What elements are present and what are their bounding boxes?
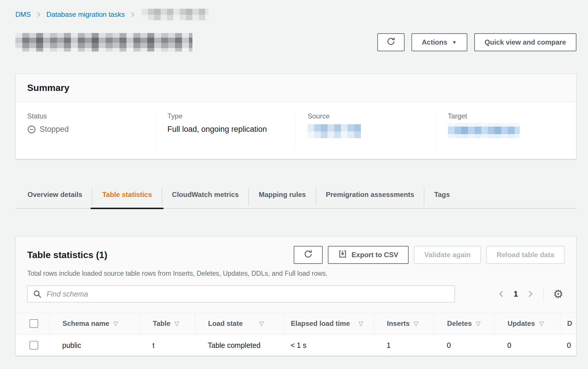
status-value: Stopped — [27, 125, 144, 134]
column-header-schema-name[interactable]: Schema name ▽ — [49, 313, 139, 335]
column-header-load-state[interactable]: Load state ▽ — [195, 313, 284, 335]
current-page-number[interactable]: 1 — [514, 290, 518, 299]
validate-again-label: Validate again — [424, 251, 471, 259]
tab-table-statistics[interactable]: Table statistics — [92, 187, 162, 208]
previous-page-button[interactable] — [497, 290, 506, 298]
caret-down-icon: ▼ — [452, 40, 457, 45]
reload-table-data-button[interactable]: Reload table data — [486, 246, 565, 264]
target-value-redacted[interactable] — [448, 123, 520, 138]
breadcrumb-link-dms[interactable]: DMS — [15, 10, 31, 19]
sort-icon[interactable]: ▽ — [539, 320, 544, 327]
next-page-button[interactable] — [526, 290, 534, 298]
sort-icon[interactable]: ▽ — [174, 320, 179, 327]
status-label: Status — [27, 112, 144, 120]
quick-view-label: Quick view and compare — [485, 38, 566, 46]
cell-updates: 0 — [494, 335, 560, 356]
search-box — [27, 286, 455, 302]
tab-strip: Overview details Table statistics CloudW… — [15, 187, 576, 209]
tab-mapping-rules[interactable]: Mapping rules — [249, 187, 316, 208]
cell-schema-name: public — [49, 335, 139, 356]
status-text: Stopped — [40, 125, 69, 134]
sort-icon[interactable]: ▽ — [259, 320, 264, 327]
breadcrumb-current-redacted — [142, 9, 209, 20]
table-statistics-controls: Export to CSV Validate again Reload tabl… — [294, 246, 565, 264]
quick-view-compare-button[interactable]: Quick view and compare — [474, 33, 576, 51]
actions-button[interactable]: Actions ▼ — [411, 33, 467, 51]
source-label: Source — [308, 112, 425, 120]
page-title-redacted — [15, 33, 192, 52]
cell-load-state: Table completed — [195, 335, 284, 356]
cell-inserts: 1 — [374, 335, 434, 356]
reload-table-data-label: Reload table data — [497, 251, 554, 259]
table-row: public t Table completed < 1 s 1 0 0 0 — [16, 335, 576, 356]
pagination: 1 ⚙ — [497, 287, 565, 301]
actions-button-label: Actions — [422, 38, 447, 46]
breadcrumb-link-tasks[interactable]: Database migration tasks — [46, 10, 125, 19]
type-value: Full load, ongoing replication — [168, 125, 284, 134]
column-header-elapsed-load-time[interactable]: Elapsed load time ▽ — [284, 313, 374, 335]
chevron-right-icon — [35, 11, 42, 18]
sort-icon[interactable]: ▽ — [113, 320, 118, 327]
cell-table: t — [139, 335, 195, 356]
table: Schema name ▽ Table ▽ Load state ▽ Elaps… — [16, 312, 576, 356]
summary-grid: Status Stopped Type Full load, ongoing r… — [16, 102, 576, 159]
refresh-button[interactable] — [377, 33, 405, 51]
source-value-redacted[interactable] — [308, 124, 361, 138]
column-header-updates[interactable]: Updates ▽ — [494, 313, 560, 335]
table-statistics-title: Table statistics (1) — [27, 250, 107, 260]
page-header: Actions ▼ Quick view and compare — [15, 33, 576, 52]
tab-overview-details[interactable]: Overview details — [15, 187, 92, 208]
tab-tags[interactable]: Tags — [424, 187, 460, 208]
select-all-checkbox[interactable] — [30, 319, 38, 328]
tab-cloudwatch-metrics[interactable]: CloudWatch metrics — [162, 187, 249, 208]
summary-header: Summary — [16, 74, 576, 102]
column-header-ddls-clipped[interactable]: D — [560, 313, 576, 335]
pagination-divider — [543, 287, 544, 301]
export-csv-button[interactable]: Export to CSV — [328, 246, 409, 264]
summary-title: Summary — [27, 83, 69, 93]
sort-icon[interactable]: ▽ — [359, 320, 363, 327]
minus-circle-icon — [27, 125, 36, 134]
page: DMS Database migration tasks Actions — [0, 0, 588, 356]
summary-source: Source — [296, 112, 436, 147]
table-statistics-description: Total rows include loaded source table r… — [27, 270, 565, 277]
refresh-icon — [386, 37, 396, 48]
table-refresh-button[interactable] — [294, 246, 323, 264]
breadcrumb: DMS Database migration tasks — [15, 9, 576, 20]
row-checkbox[interactable] — [30, 341, 38, 350]
summary-type: Type Full load, ongoing replication — [156, 112, 296, 147]
find-schema-input[interactable] — [27, 286, 455, 302]
chevron-right-icon — [129, 11, 136, 18]
column-header-inserts[interactable]: Inserts ▽ — [374, 313, 434, 335]
table-statistics-panel: Table statistics (1) — [15, 236, 576, 356]
sort-icon[interactable]: ▽ — [414, 320, 418, 327]
table-header-row: Schema name ▽ Table ▽ Load state ▽ Elaps… — [16, 312, 576, 335]
cell-ddls-clipped: 0 — [560, 335, 576, 356]
header-actions: Actions ▼ Quick view and compare — [377, 33, 576, 51]
validate-again-button[interactable]: Validate again — [414, 246, 481, 264]
summary-status: Status Stopped — [16, 112, 156, 147]
cell-deletes: 0 — [434, 335, 494, 356]
summary-target: Target — [436, 112, 576, 147]
settings-gear-icon[interactable]: ⚙ — [553, 288, 563, 300]
summary-panel: Summary Status Stopped Type Full load, o… — [15, 74, 576, 159]
cell-elapsed-load-time: < 1 s — [284, 335, 374, 356]
download-icon — [338, 250, 347, 260]
table-statistics-header: Table statistics (1) — [16, 237, 576, 277]
sort-icon[interactable]: ▽ — [476, 320, 480, 327]
export-csv-label: Export to CSV — [352, 251, 398, 259]
search-icon — [33, 290, 42, 299]
type-label: Type — [168, 112, 284, 120]
target-label: Target — [448, 112, 565, 120]
tab-premigration-assessments[interactable]: Premigration assessments — [316, 187, 424, 208]
column-header-deletes[interactable]: Deletes ▽ — [434, 313, 494, 335]
refresh-icon — [304, 249, 313, 260]
table-toolbar: 1 ⚙ — [16, 277, 576, 312]
column-header-table[interactable]: Table ▽ — [139, 313, 195, 335]
